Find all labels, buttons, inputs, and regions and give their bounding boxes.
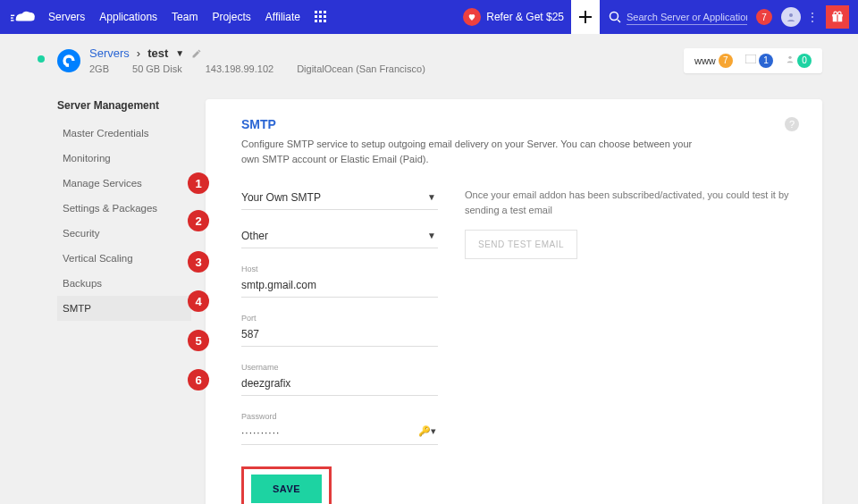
svg-point-18: [834, 12, 837, 14]
svg-line-13: [618, 20, 620, 22]
env-www[interactable]: www 7: [694, 54, 733, 68]
server-ip: 143.198.99.102: [206, 63, 273, 74]
nav-team[interactable]: Team: [172, 11, 198, 23]
chevron-down-icon: ▼: [427, 231, 436, 240]
save-button[interactable]: SAVE: [251, 475, 322, 503]
sidebar-item-monitoring[interactable]: Monitoring: [57, 146, 191, 171]
grid-icon[interactable]: [315, 11, 327, 23]
search-wrap: [609, 10, 747, 25]
step-5-badge: 5: [188, 330, 209, 351]
svg-rect-5: [324, 11, 326, 13]
send-test-email-button[interactable]: SEND TEST EMAIL: [465, 230, 577, 259]
edit-icon[interactable]: [191, 48, 202, 59]
server-ram: 2GB: [89, 63, 109, 74]
www-count: 7: [719, 54, 733, 68]
env-users[interactable]: 0: [786, 54, 812, 68]
password-label: Password: [241, 412, 438, 421]
smtp-provider-value: Your Own SMTP: [241, 191, 321, 204]
smtp-provider-select[interactable]: Your Own SMTP▼: [241, 188, 438, 210]
svg-rect-17: [837, 14, 837, 21]
panel-title: SMTP: [241, 117, 799, 131]
app-count: 1: [759, 54, 773, 68]
kebab-icon[interactable]: ⋮: [806, 10, 819, 24]
step-3-badge: 3: [188, 251, 209, 273]
env-box: www 7 1 0: [684, 48, 822, 73]
svg-point-19: [838, 12, 842, 14]
search-input[interactable]: [627, 10, 747, 25]
key-icon[interactable]: 🔑▾: [418, 425, 436, 437]
password-value: ··········: [241, 426, 280, 439]
smtp-type-select[interactable]: Other▼: [241, 226, 438, 248]
nav-links: Servers Applications Team Projects Affil…: [48, 11, 300, 23]
sidebar-item-backups[interactable]: Backups: [57, 271, 191, 296]
provider-icon: [57, 49, 80, 72]
svg-rect-9: [315, 20, 317, 22]
svg-rect-20: [66, 63, 69, 66]
panel-desc: Configure SMTP service to setup outgoing…: [241, 137, 706, 166]
nav-affiliate[interactable]: Affiliate: [265, 11, 300, 23]
step-6-badge: 6: [188, 369, 209, 391]
smtp-type-value: Other: [241, 230, 268, 242]
port-label: Port: [241, 314, 438, 323]
sidebar-item-manage-services[interactable]: Manage Services: [57, 171, 191, 196]
svg-rect-4: [319, 11, 322, 13]
smtp-password-field[interactable]: Password ··········🔑▾: [241, 412, 438, 445]
smtp-host-field[interactable]: Host smtp.gmail.com: [241, 265, 438, 298]
svg-point-14: [789, 13, 793, 17]
svg-rect-2: [11, 20, 13, 21]
svg-rect-8: [324, 15, 326, 18]
refer-link[interactable]: Refer & Get $25: [463, 8, 564, 26]
svg-rect-3: [315, 11, 317, 13]
sidebar-item-settings-packages[interactable]: Settings & Packages: [57, 196, 191, 221]
nav-servers[interactable]: Servers: [48, 11, 85, 23]
refer-label: Refer & Get $25: [486, 11, 564, 23]
top-nav: Servers Applications Team Projects Affil…: [0, 0, 858, 34]
server-header: Servers › test ▼ 2GB 50 GB Disk 143.198.…: [57, 46, 822, 74]
sidebar-item-smtp[interactable]: SMTP: [57, 296, 191, 321]
nav-projects[interactable]: Projects: [212, 11, 250, 23]
sidebar-item-master-credentials[interactable]: Master Credentials: [57, 121, 191, 146]
svg-rect-6: [315, 15, 317, 18]
sidebar-title: Server Management: [57, 99, 191, 112]
nav-applications[interactable]: Applications: [99, 11, 157, 23]
status-dot-icon: [38, 55, 45, 63]
svg-rect-10: [319, 20, 322, 22]
chevron-right-icon: ›: [137, 46, 140, 60]
chevron-down-icon[interactable]: ▼: [175, 48, 184, 58]
avatar-icon[interactable]: [781, 7, 801, 27]
chevron-down-icon: ▼: [427, 192, 436, 202]
server-name: test: [147, 46, 168, 60]
smtp-port-field[interactable]: Port 587: [241, 314, 438, 347]
env-apps[interactable]: 1: [745, 54, 773, 68]
user-count: 0: [797, 54, 812, 68]
breadcrumb-root[interactable]: Servers: [89, 46, 130, 60]
svg-rect-21: [63, 62, 66, 64]
svg-rect-22: [745, 55, 756, 63]
svg-rect-11: [324, 20, 326, 22]
step-4-badge: 4: [188, 290, 209, 312]
gift-icon[interactable]: [826, 5, 849, 29]
help-icon[interactable]: ?: [785, 117, 799, 131]
server-disk: 50 GB Disk: [132, 63, 182, 74]
brand-logo: [11, 10, 36, 24]
smtp-username-field[interactable]: Username deezgrafix: [241, 363, 438, 396]
sidebar-item-vertical-scaling[interactable]: Vertical Scaling: [57, 246, 191, 271]
username-label: Username: [241, 363, 438, 372]
test-hint: Once your email addon has been subscribe…: [465, 188, 799, 217]
svg-rect-1: [11, 17, 13, 18]
svg-point-23: [788, 56, 791, 59]
sidebar-item-security[interactable]: Security: [57, 221, 191, 246]
www-label: www: [694, 55, 716, 65]
host-value: smtp.gmail.com: [241, 275, 438, 298]
heart-icon: [463, 8, 481, 26]
username-value: deezgrafix: [241, 374, 438, 396]
notification-badge[interactable]: 7: [756, 9, 772, 25]
sidebar: Server Management Master Credentials Mon…: [57, 99, 191, 321]
step-1-badge: 1: [188, 172, 209, 194]
smtp-panel: ? SMTP Configure SMTP service to setup o…: [206, 99, 822, 504]
add-button[interactable]: [571, 0, 600, 34]
server-provider: DigitalOcean (San Francisco): [297, 63, 425, 74]
svg-rect-0: [11, 15, 14, 16]
step-2-badge: 2: [188, 210, 209, 231]
save-highlight: SAVE: [241, 466, 332, 504]
